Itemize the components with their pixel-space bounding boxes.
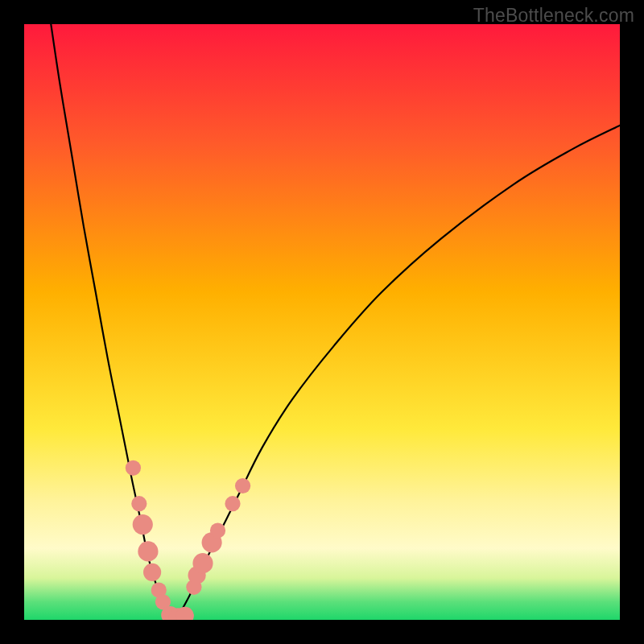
chart-frame <box>24 24 620 620</box>
watermark-text: TheBottleneck.com <box>473 5 634 27</box>
data-point <box>131 496 147 511</box>
gradient-background <box>24 24 620 620</box>
data-point <box>133 514 153 535</box>
data-point <box>210 522 225 538</box>
data-point <box>235 478 250 493</box>
data-point <box>138 541 158 561</box>
data-point <box>225 496 240 511</box>
data-point <box>143 564 161 581</box>
bottleneck-chart <box>24 24 620 620</box>
data-point <box>126 460 141 476</box>
data-point <box>192 553 213 573</box>
